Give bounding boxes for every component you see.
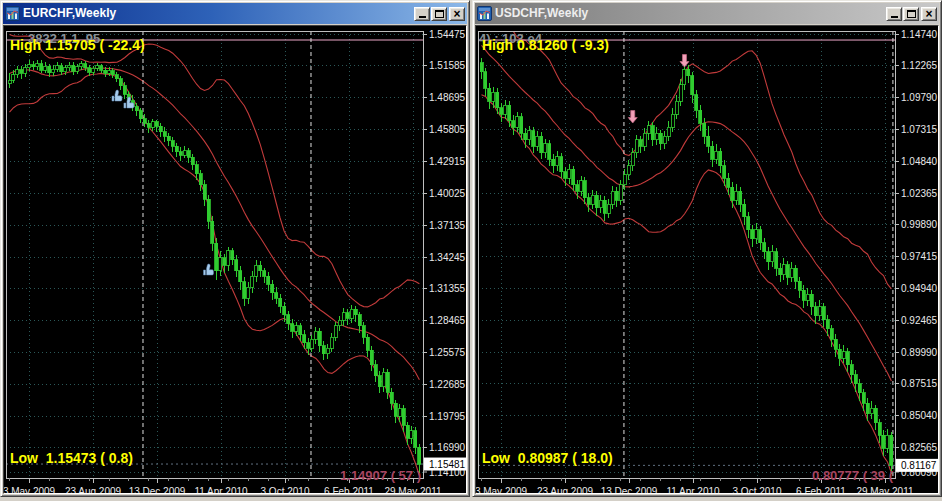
chart-icon bbox=[5, 6, 20, 21]
minimize-button[interactable] bbox=[414, 7, 430, 21]
maximize-button[interactable] bbox=[903, 7, 919, 21]
svg-text:3 Oct 2010: 3 Oct 2010 bbox=[261, 486, 310, 493]
maximize-button[interactable] bbox=[431, 7, 447, 21]
price-chart-canvas[interactable]: 1.544751.515851.486951.458051.429151.400… bbox=[4, 26, 466, 493]
svg-text:0.97415: 0.97415 bbox=[901, 251, 938, 262]
close-icon: × bbox=[925, 8, 932, 20]
svg-text:1.02365: 1.02365 bbox=[901, 188, 938, 199]
svg-text:1.31355: 1.31355 bbox=[429, 283, 466, 294]
price-scale[interactable]: 1.544751.515851.486951.458051.429151.400… bbox=[423, 29, 466, 478]
svg-text:1.40025: 1.40025 bbox=[429, 188, 466, 199]
minimize-icon bbox=[891, 16, 898, 18]
svg-text:3 Oct 2010: 3 Oct 2010 bbox=[733, 486, 782, 493]
maximize-icon bbox=[907, 10, 916, 18]
svg-text:0.94940: 0.94940 bbox=[901, 283, 938, 294]
price-scale[interactable]: 1.147401.122651.097901.073151.048401.023… bbox=[895, 29, 938, 478]
maximize-icon bbox=[435, 10, 444, 18]
svg-text:0.85040: 0.85040 bbox=[901, 410, 938, 421]
svg-text:1.37135: 1.37135 bbox=[429, 220, 466, 231]
svg-text:1.07315: 1.07315 bbox=[901, 124, 938, 135]
chart-area[interactable]: 1.147401.122651.097901.073151.048401.023… bbox=[475, 25, 939, 494]
svg-text:23 Aug 2009: 23 Aug 2009 bbox=[537, 486, 594, 493]
svg-text:1.04840: 1.04840 bbox=[901, 156, 938, 167]
minimize-icon bbox=[419, 16, 426, 18]
bid-price: 1.15481 bbox=[429, 459, 466, 470]
svg-text:29 May 2011: 29 May 2011 bbox=[856, 486, 914, 493]
svg-text:1.48695: 1.48695 bbox=[429, 92, 466, 103]
svg-text:11 Apr 2010: 11 Apr 2010 bbox=[666, 486, 720, 493]
svg-text:29 May 2011: 29 May 2011 bbox=[384, 486, 442, 493]
svg-text:1.14740: 1.14740 bbox=[901, 29, 938, 40]
svg-text:1.34245: 1.34245 bbox=[429, 252, 466, 263]
close-button[interactable]: × bbox=[921, 7, 937, 21]
svg-text:1.51585: 1.51585 bbox=[429, 60, 466, 71]
window-title: USDCHF,Weekly bbox=[495, 3, 882, 24]
svg-text:1.16990: 1.16990 bbox=[429, 442, 466, 453]
svg-text:1.19795: 1.19795 bbox=[429, 411, 466, 422]
price-chart-canvas[interactable]: 1.147401.122651.097901.073151.048401.023… bbox=[476, 26, 938, 493]
svg-text:1.45805: 1.45805 bbox=[429, 124, 466, 135]
chart-window-usdchf: USDCHF,Weekly × 1.147401.122651.097901.0… bbox=[472, 0, 942, 497]
bid-price: 0.81167 bbox=[901, 460, 937, 471]
svg-text:13 Dec 2009: 13 Dec 2009 bbox=[129, 486, 186, 493]
svg-text:11 Apr 2010: 11 Apr 2010 bbox=[194, 486, 248, 493]
svg-text:1.22685: 1.22685 bbox=[429, 379, 466, 390]
svg-text:0.99890: 0.99890 bbox=[901, 219, 938, 230]
titlebar[interactable]: USDCHF,Weekly × bbox=[475, 3, 939, 24]
svg-text:1.54475: 1.54475 bbox=[429, 29, 466, 40]
svg-text:1.12265: 1.12265 bbox=[901, 60, 938, 71]
svg-text:3 May 2009: 3 May 2009 bbox=[4, 486, 56, 493]
mdi-workspace: EURCHF,Weekly × 1.544751.515851.486951.4… bbox=[0, 0, 942, 501]
svg-text:23 Aug 2009: 23 Aug 2009 bbox=[65, 486, 122, 493]
chart-window-eurchf: EURCHF,Weekly × 1.544751.515851.486951.4… bbox=[0, 0, 470, 497]
chart-icon bbox=[477, 6, 492, 21]
window-title: EURCHF,Weekly bbox=[23, 3, 410, 24]
svg-text:13 Dec 2009: 13 Dec 2009 bbox=[601, 486, 658, 493]
close-button[interactable]: × bbox=[449, 7, 465, 21]
chart-area[interactable]: 1.544751.515851.486951.458051.429151.400… bbox=[3, 25, 467, 494]
minimize-button[interactable] bbox=[886, 7, 902, 21]
svg-text:1.42915: 1.42915 bbox=[429, 156, 466, 167]
window-controls: × bbox=[413, 7, 465, 21]
svg-text:0.87515: 0.87515 bbox=[901, 378, 938, 389]
svg-text:0.92465: 0.92465 bbox=[901, 315, 938, 326]
svg-text:6 Feb 2011: 6 Feb 2011 bbox=[324, 486, 374, 493]
svg-text:0.89990: 0.89990 bbox=[901, 347, 938, 358]
svg-text:1.28465: 1.28465 bbox=[429, 315, 466, 326]
svg-text:1.25575: 1.25575 bbox=[429, 347, 466, 358]
svg-text:0.82565: 0.82565 bbox=[901, 442, 938, 453]
svg-text:1.09790: 1.09790 bbox=[901, 92, 938, 103]
close-icon: × bbox=[453, 8, 460, 20]
svg-text:3 May 2009: 3 May 2009 bbox=[476, 486, 528, 493]
svg-text:6 Feb 2011: 6 Feb 2011 bbox=[796, 486, 846, 493]
window-controls: × bbox=[885, 7, 937, 21]
titlebar[interactable]: EURCHF,Weekly × bbox=[3, 3, 467, 24]
